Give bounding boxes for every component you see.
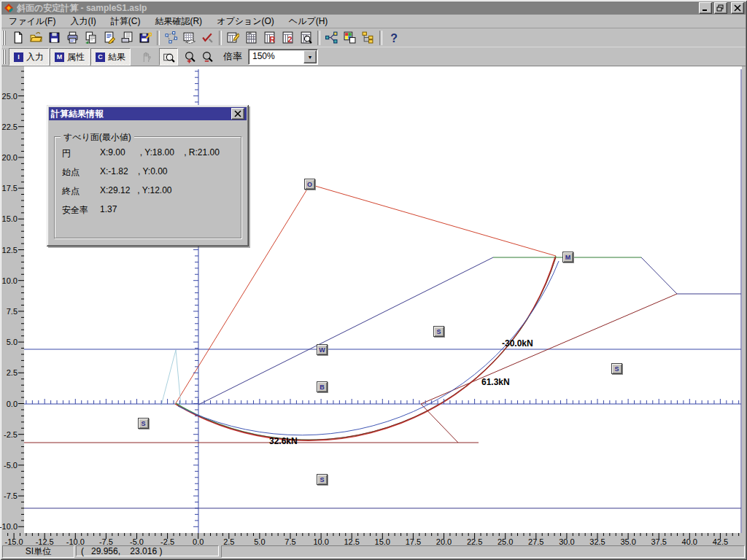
svg-text:7.5: 7.5 <box>7 307 18 316</box>
svg-text:12.5: 12.5 <box>2 246 18 254</box>
result-row: 安全率1.37 <box>55 204 241 223</box>
drawing-canvas[interactable]: -15.0-12.5-10.0-7.5-5.0-2.50.02.55.07.51… <box>0 0 747 560</box>
dialog-close-button[interactable] <box>231 108 244 120</box>
svg-text:-10.0: -10.0 <box>0 522 18 531</box>
svg-text:2.5: 2.5 <box>223 537 234 546</box>
svg-text:-10.0: -10.0 <box>66 537 85 546</box>
calculation-result-dialog: 計算結果情報 すべり面(最小値) 円X:9.00 , Y:18.00 , R:2… <box>47 105 249 246</box>
result-rows: 円X:9.00 , Y:18.00 , R:21.00始点X:-1.82 , Y… <box>55 137 241 223</box>
svg-text:-7.5: -7.5 <box>4 491 18 500</box>
result-row-label: 円 <box>62 147 100 160</box>
application-window: { "window": { "title": "斜面の安定計算 - sample… <box>0 0 747 560</box>
svg-text:20.0: 20.0 <box>436 537 452 546</box>
marker-o[interactable]: O <box>304 179 315 190</box>
result-row: 始点X:-1.82 , Y:0.00 <box>55 166 241 185</box>
result-row: 終点X:29.12 , Y:12.00 <box>55 185 241 204</box>
svg-text:30.0: 30.0 <box>559 537 574 546</box>
marker-s[interactable]: S <box>611 363 622 374</box>
svg-text:-2.5: -2.5 <box>4 430 18 439</box>
marker-s[interactable]: S <box>138 418 149 429</box>
svg-text:2.5: 2.5 <box>7 368 18 377</box>
result-row: 円X:9.00 , Y:18.00 , R:21.00 <box>55 147 241 166</box>
svg-text:37.5: 37.5 <box>651 537 666 546</box>
dialog-body: すべり面(最小値) 円X:9.00 , Y:18.00 , R:21.00始点X… <box>49 120 247 244</box>
result-row-value: X:-1.82 , Y:0.00 <box>100 166 168 179</box>
force-label: -30.0kN <box>502 338 533 349</box>
svg-text:5.0: 5.0 <box>7 338 18 346</box>
result-row-label: 始点 <box>62 166 100 179</box>
svg-text:40.0: 40.0 <box>682 537 697 546</box>
result-row-label: 安全率 <box>62 204 100 217</box>
marker-m[interactable]: M <box>562 252 573 262</box>
svg-text:7.5: 7.5 <box>285 537 295 546</box>
result-row-value: X:29.12 , Y:12.00 <box>100 185 172 198</box>
svg-text:15.0: 15.0 <box>375 537 390 546</box>
svg-text:22.5: 22.5 <box>467 537 482 546</box>
svg-text:20.0: 20.0 <box>2 153 18 162</box>
force-label: 32.6kN <box>269 436 298 446</box>
svg-text:0.0: 0.0 <box>7 400 18 408</box>
svg-text:32.5: 32.5 <box>589 537 605 546</box>
svg-text:17.5: 17.5 <box>406 537 421 546</box>
svg-text:12.5: 12.5 <box>344 537 359 546</box>
marker-b[interactable]: B <box>317 381 328 392</box>
force-label: 61.3kN <box>481 377 510 387</box>
svg-text:42.5: 42.5 <box>713 537 728 546</box>
groupbox-title: すべり面(最小値) <box>61 131 134 144</box>
svg-text:10.0: 10.0 <box>2 276 18 285</box>
svg-text:-5.0: -5.0 <box>130 537 144 546</box>
svg-text:-5.0: -5.0 <box>4 461 18 470</box>
svg-text:10.0: 10.0 <box>313 537 328 546</box>
marker-s[interactable]: S <box>433 326 444 337</box>
dialog-title: 計算結果情報 <box>51 108 231 120</box>
svg-text:-15.0: -15.0 <box>5 537 23 546</box>
svg-text:22.5: 22.5 <box>2 122 18 131</box>
svg-text:15.0: 15.0 <box>2 214 18 223</box>
svg-text:17.5: 17.5 <box>2 184 18 192</box>
marker-w[interactable]: W <box>317 344 328 355</box>
svg-text:5.0: 5.0 <box>254 537 265 546</box>
svg-text:27.5: 27.5 <box>528 537 543 546</box>
marker-s[interactable]: S <box>317 474 328 485</box>
svg-text:25.0: 25.0 <box>2 92 18 101</box>
svg-text:-7.5: -7.5 <box>99 537 113 546</box>
dialog-title-bar[interactable]: 計算結果情報 <box>49 107 247 120</box>
slip-surface-groupbox: すべり面(最小値) 円X:9.00 , Y:18.00 , R:21.00始点X… <box>54 136 241 238</box>
result-row-value: 1.37 <box>100 204 117 217</box>
svg-text:0.0: 0.0 <box>193 537 204 546</box>
result-row-label: 終点 <box>62 185 100 198</box>
result-row-value: X:9.00 , Y:18.00 , R:21.00 <box>100 147 220 160</box>
svg-text:-12.5: -12.5 <box>36 537 54 546</box>
svg-text:25.0: 25.0 <box>498 537 513 546</box>
svg-text:35.0: 35.0 <box>620 537 635 546</box>
svg-text:-2.5: -2.5 <box>160 537 174 546</box>
